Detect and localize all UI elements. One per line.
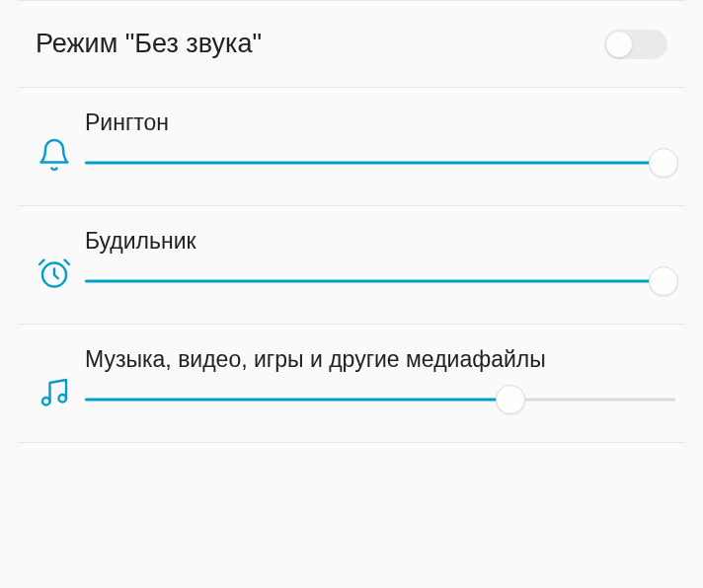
slider-rest	[510, 399, 675, 402]
slider-thumb[interactable]	[649, 148, 678, 178]
silent-mode-toggle[interactable]	[604, 30, 667, 59]
alarm-slider[interactable]	[85, 266, 675, 296]
media-slider[interactable]	[85, 385, 675, 414]
alarm-clock-icon	[28, 228, 81, 291]
bell-icon	[28, 110, 81, 173]
alarm-label: Будильник	[85, 228, 675, 255]
music-note-icon	[28, 346, 81, 409]
silent-mode-row[interactable]: Режим "Без звука"	[0, 1, 703, 87]
divider	[18, 442, 685, 443]
media-label: Музыка, видео, игры и другие медиафайлы	[85, 346, 675, 373]
ringtone-label: Рингтон	[85, 110, 675, 136]
silent-mode-label: Режим "Без звука"	[36, 29, 262, 59]
alarm-row: Будильник	[0, 206, 703, 324]
slider-fill	[85, 162, 664, 165]
media-row: Музыка, видео, игры и другие медиафайлы	[0, 325, 703, 442]
alarm-content: Будильник	[81, 228, 675, 296]
ringtone-slider[interactable]	[85, 148, 675, 178]
media-content: Музыка, видео, игры и другие медиафайлы	[81, 346, 675, 414]
ringtone-content: Рингтон	[81, 110, 675, 178]
slider-thumb[interactable]	[649, 266, 678, 296]
sound-settings-panel: Режим "Без звука" Рингтон	[0, 0, 703, 588]
slider-thumb[interactable]	[496, 385, 525, 414]
slider-fill	[85, 399, 510, 402]
slider-fill	[85, 280, 664, 283]
toggle-thumb	[606, 32, 632, 57]
ringtone-row: Рингтон	[0, 88, 703, 205]
